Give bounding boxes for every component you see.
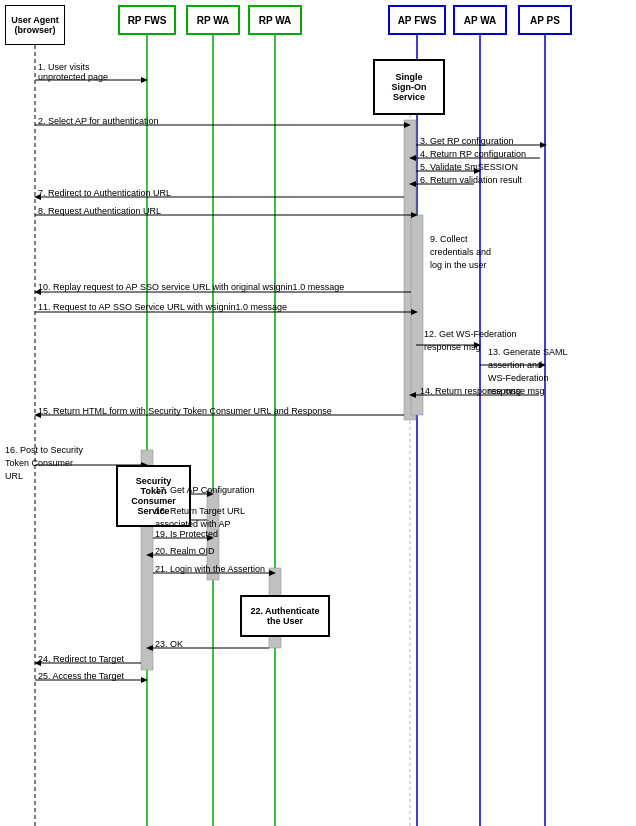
msg7-label: 7. Redirect to Authentication URL [38,188,171,198]
msg24-label: 24. Redirect to Target [38,654,124,664]
svg-marker-28 [411,212,418,218]
msg1-label: 1. User visitsunprotected page [38,62,108,82]
msg5-label: 5. Validate SmSESSION [420,162,518,172]
msg14-label: 14. Return response msg [420,386,521,396]
svg-marker-58 [141,677,148,683]
svg-marker-24 [409,181,416,187]
sso-service-box: SingleSign-OnService [373,59,445,115]
msg4-label: 4. Return RP configuration [420,149,526,159]
lifeline-apwa: AP WA [453,5,507,35]
svg-marker-52 [269,570,276,576]
svg-marker-32 [411,309,418,315]
lifeline-apps: AP PS [518,5,572,35]
lifeline-rpwa1: RP WA [186,5,240,35]
svg-marker-18 [540,142,547,148]
msg16-label: 16. Post to SecurityToken ConsumerURL [5,444,83,483]
svg-marker-14 [141,77,148,83]
msg9-label: 9. Collectcredentials andlog in the user [430,233,491,272]
svg-marker-54 [146,645,153,651]
msg20-label: 20. Realm OID [155,546,215,556]
lifeline-ua: User Agent (browser) [5,5,65,45]
svg-rect-12 [411,215,423,415]
svg-marker-16 [404,122,411,128]
lifeline-rpfws: RP FWS [118,5,176,35]
svg-rect-8 [404,120,416,420]
authenticate-user-box: 22. Authenticatethe User [240,595,330,637]
msg8-label: 8. Request Authentication URL [38,206,161,216]
msg2-label: 2. Select AP for authentication [38,116,158,126]
msg21-label: 21. Login with the Assertion [155,564,265,574]
sequence-diagram: User Agent (browser) RP FWS RP WA RP WA … [0,0,636,826]
lifeline-apfws: AP FWS [388,5,446,35]
msg10-label: 10. Replay request to AP SSO service URL… [38,282,344,292]
msg23-label: 23. OK [155,639,183,649]
msg18-label: 18. Return Target URLassociated with AP [155,505,245,531]
svg-marker-50 [146,552,153,558]
msg25-label: 25. Access the Target [38,671,124,681]
msg15-label: 15. Return HTML form with Security Token… [38,406,332,416]
lifeline-rpwa2: RP WA [248,5,302,35]
svg-marker-20 [409,155,416,161]
msg19-label: 19. Is Protected [155,529,218,539]
msg11-label: 11. Request to AP SSO Service URL with w… [38,302,287,312]
msg6-label: 6. Return validation result [420,175,522,185]
msg17-label: 17. Get AP Configuration [155,485,254,495]
msg3-label: 3. Get RP configuration [420,136,513,146]
svg-marker-38 [409,392,416,398]
